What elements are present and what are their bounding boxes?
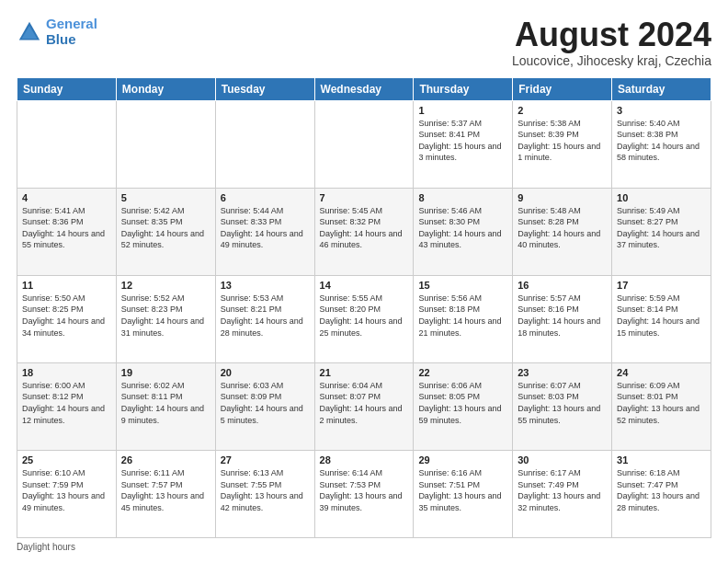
day-cell — [314, 100, 414, 188]
logo-text: General Blue — [46, 17, 97, 47]
day-info: Sunrise: 6:17 AM Sunset: 7:49 PM Dayligh… — [518, 467, 607, 513]
day-cell: 24Sunrise: 6:09 AM Sunset: 8:01 PM Dayli… — [612, 362, 711, 450]
day-info: Sunrise: 5:40 AM Sunset: 8:38 PM Dayligh… — [617, 118, 706, 164]
week-row-3: 11Sunrise: 5:50 AM Sunset: 8:25 PM Dayli… — [17, 275, 711, 362]
day-number: 31 — [617, 454, 706, 465]
day-number: 14 — [320, 280, 409, 291]
day-number: 6 — [221, 192, 310, 203]
header-cell-saturday: Saturday — [612, 77, 711, 100]
title-block: August 2024 Loucovice, Jihocesky kraj, C… — [512, 17, 711, 68]
header-cell-sunday: Sunday — [17, 77, 117, 100]
day-number: 15 — [418, 280, 507, 291]
day-info: Sunrise: 5:56 AM Sunset: 8:18 PM Dayligh… — [418, 293, 507, 339]
day-cell: 23Sunrise: 6:07 AM Sunset: 8:03 PM Dayli… — [513, 362, 612, 450]
day-info: Sunrise: 5:41 AM Sunset: 8:36 PM Dayligh… — [22, 205, 111, 251]
day-number: 24 — [617, 367, 706, 378]
day-cell: 9Sunrise: 5:48 AM Sunset: 8:28 PM Daylig… — [513, 188, 612, 275]
day-info: Sunrise: 5:57 AM Sunset: 8:16 PM Dayligh… — [518, 293, 607, 339]
page: General Blue August 2024 Loucovice, Jiho… — [0, 0, 728, 563]
day-number: 20 — [221, 367, 310, 378]
day-number: 10 — [617, 192, 706, 203]
day-number: 4 — [22, 192, 111, 203]
day-info: Sunrise: 6:11 AM Sunset: 7:57 PM Dayligh… — [121, 467, 210, 513]
header-cell-tuesday: Tuesday — [215, 77, 314, 100]
day-cell: 29Sunrise: 6:16 AM Sunset: 7:51 PM Dayli… — [414, 450, 513, 537]
main-title: August 2024 — [512, 17, 711, 53]
day-cell: 25Sunrise: 6:10 AM Sunset: 7:59 PM Dayli… — [17, 450, 117, 537]
day-cell: 5Sunrise: 5:42 AM Sunset: 8:35 PM Daylig… — [116, 188, 215, 275]
day-number: 7 — [320, 192, 409, 203]
header-cell-wednesday: Wednesday — [314, 77, 414, 100]
header-cell-friday: Friday — [513, 77, 612, 100]
day-number: 25 — [22, 454, 111, 465]
day-cell: 16Sunrise: 5:57 AM Sunset: 8:16 PM Dayli… — [513, 275, 612, 362]
day-cell: 20Sunrise: 6:03 AM Sunset: 8:09 PM Dayli… — [215, 362, 314, 450]
subtitle: Loucovice, Jihocesky kraj, Czechia — [512, 53, 711, 68]
calendar-header: SundayMondayTuesdayWednesdayThursdayFrid… — [17, 77, 711, 100]
day-number: 17 — [617, 280, 706, 291]
day-info: Sunrise: 6:06 AM Sunset: 8:05 PM Dayligh… — [418, 380, 507, 426]
day-info: Sunrise: 6:07 AM Sunset: 8:03 PM Dayligh… — [518, 380, 607, 426]
day-cell: 11Sunrise: 5:50 AM Sunset: 8:25 PM Dayli… — [17, 275, 117, 362]
day-number: 28 — [320, 454, 409, 465]
day-cell — [17, 100, 117, 188]
day-info: Sunrise: 5:49 AM Sunset: 8:27 PM Dayligh… — [617, 205, 706, 251]
day-number: 29 — [418, 454, 507, 465]
day-number: 27 — [221, 454, 310, 465]
day-cell: 28Sunrise: 6:14 AM Sunset: 7:53 PM Dayli… — [314, 450, 414, 537]
day-cell: 4Sunrise: 5:41 AM Sunset: 8:36 PM Daylig… — [17, 188, 117, 275]
day-info: Sunrise: 5:42 AM Sunset: 8:35 PM Dayligh… — [121, 205, 210, 251]
day-info: Sunrise: 5:37 AM Sunset: 8:41 PM Dayligh… — [418, 118, 507, 164]
day-cell — [116, 100, 215, 188]
day-info: Sunrise: 5:55 AM Sunset: 8:20 PM Dayligh… — [320, 293, 409, 339]
day-cell: 2Sunrise: 5:38 AM Sunset: 8:39 PM Daylig… — [513, 100, 612, 188]
header: General Blue August 2024 Loucovice, Jiho… — [17, 17, 711, 68]
day-number: 13 — [221, 280, 310, 291]
calendar-body: 1Sunrise: 5:37 AM Sunset: 8:41 PM Daylig… — [17, 100, 711, 537]
logo: General Blue — [17, 17, 97, 47]
day-info: Sunrise: 5:59 AM Sunset: 8:14 PM Dayligh… — [617, 293, 706, 339]
day-cell: 12Sunrise: 5:52 AM Sunset: 8:23 PM Dayli… — [116, 275, 215, 362]
week-row-5: 25Sunrise: 6:10 AM Sunset: 7:59 PM Dayli… — [17, 450, 711, 537]
day-number: 11 — [22, 280, 111, 291]
day-cell: 7Sunrise: 5:45 AM Sunset: 8:32 PM Daylig… — [314, 188, 414, 275]
day-number: 19 — [121, 367, 210, 378]
day-cell: 18Sunrise: 6:00 AM Sunset: 8:12 PM Dayli… — [17, 362, 117, 450]
day-info: Sunrise: 6:13 AM Sunset: 7:55 PM Dayligh… — [221, 467, 310, 513]
day-number: 5 — [121, 192, 210, 203]
day-number: 9 — [518, 192, 607, 203]
day-cell: 10Sunrise: 5:49 AM Sunset: 8:27 PM Dayli… — [612, 188, 711, 275]
logo-blue: Blue — [46, 31, 76, 47]
day-number: 22 — [418, 367, 507, 378]
day-info: Sunrise: 5:38 AM Sunset: 8:39 PM Dayligh… — [518, 118, 607, 164]
day-cell: 30Sunrise: 6:17 AM Sunset: 7:49 PM Dayli… — [513, 450, 612, 537]
day-info: Sunrise: 6:10 AM Sunset: 7:59 PM Dayligh… — [22, 467, 111, 513]
day-number: 2 — [518, 105, 607, 116]
day-info: Sunrise: 5:52 AM Sunset: 8:23 PM Dayligh… — [121, 293, 210, 339]
day-number: 12 — [121, 280, 210, 291]
day-number: 16 — [518, 280, 607, 291]
logo-icon — [17, 19, 42, 45]
day-cell: 31Sunrise: 6:18 AM Sunset: 7:47 PM Dayli… — [612, 450, 711, 537]
day-number: 3 — [617, 105, 706, 116]
day-info: Sunrise: 6:03 AM Sunset: 8:09 PM Dayligh… — [221, 380, 310, 426]
day-cell — [215, 100, 314, 188]
week-row-1: 1Sunrise: 5:37 AM Sunset: 8:41 PM Daylig… — [17, 100, 711, 188]
day-cell: 15Sunrise: 5:56 AM Sunset: 8:18 PM Dayli… — [414, 275, 513, 362]
week-row-2: 4Sunrise: 5:41 AM Sunset: 8:36 PM Daylig… — [17, 188, 711, 275]
week-row-4: 18Sunrise: 6:00 AM Sunset: 8:12 PM Dayli… — [17, 362, 711, 450]
day-cell: 19Sunrise: 6:02 AM Sunset: 8:11 PM Dayli… — [116, 362, 215, 450]
day-info: Sunrise: 5:45 AM Sunset: 8:32 PM Dayligh… — [320, 205, 409, 251]
day-number: 21 — [320, 367, 409, 378]
day-cell: 26Sunrise: 6:11 AM Sunset: 7:57 PM Dayli… — [116, 450, 215, 537]
day-cell: 22Sunrise: 6:06 AM Sunset: 8:05 PM Dayli… — [414, 362, 513, 450]
day-cell: 14Sunrise: 5:55 AM Sunset: 8:20 PM Dayli… — [314, 275, 414, 362]
day-info: Sunrise: 5:46 AM Sunset: 8:30 PM Dayligh… — [418, 205, 507, 251]
footer-note: Daylight hours — [17, 542, 711, 552]
day-cell: 21Sunrise: 6:04 AM Sunset: 8:07 PM Dayli… — [314, 362, 414, 450]
day-info: Sunrise: 6:02 AM Sunset: 8:11 PM Dayligh… — [121, 380, 210, 426]
calendar-table: SundayMondayTuesdayWednesdayThursdayFrid… — [17, 77, 711, 538]
day-number: 26 — [121, 454, 210, 465]
day-number: 18 — [22, 367, 111, 378]
day-cell: 6Sunrise: 5:44 AM Sunset: 8:33 PM Daylig… — [215, 188, 314, 275]
